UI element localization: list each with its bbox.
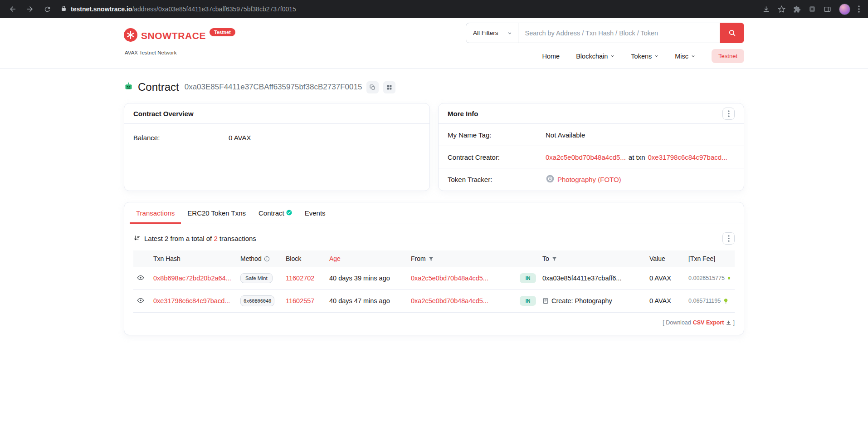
- browser-chrome: testnet.snowtrace.io/address/0xa03e85f44…: [0, 0, 868, 18]
- download-icon[interactable]: [762, 5, 770, 13]
- col-from: From: [407, 250, 516, 267]
- snowtrace-logo[interactable]: SNOWTRACE Testnet: [124, 28, 235, 44]
- name-tag-row: My Name Tag: Not Available: [439, 124, 744, 146]
- csv-export-row: [ Download CSV Export ]: [133, 319, 735, 326]
- at-txn-label: at txn: [629, 153, 645, 161]
- tab-contract[interactable]: Contract: [252, 202, 298, 224]
- grid-icon: [386, 84, 392, 90]
- value-cell: 0 AVAX: [649, 275, 671, 282]
- gas-bulb-icon: [727, 275, 731, 281]
- testnet-network-button[interactable]: Testnet: [712, 49, 744, 63]
- all-filters-select[interactable]: All Filters: [466, 23, 518, 43]
- nav-item-misc[interactable]: Misc: [675, 53, 695, 60]
- nav-item-blockchain[interactable]: Blockchain: [576, 53, 614, 60]
- age-sort-link[interactable]: Age: [329, 255, 341, 262]
- to-contract-name: Create: Photography: [551, 297, 612, 304]
- tab-transactions[interactable]: Transactions: [130, 202, 181, 224]
- col-direction: [516, 250, 539, 267]
- method-badge: Safe Mint: [240, 273, 273, 283]
- page-title-row: Contract 0xa03E85F4411e37CBAff635975bf38…: [124, 81, 744, 93]
- csv-prefix: [ Download: [663, 319, 691, 326]
- profile-avatar[interactable]: [839, 4, 850, 15]
- from-address-link[interactable]: 0xa2c5e0bd70b48a4cd5...: [411, 297, 488, 304]
- extension-icon-2[interactable]: [809, 5, 816, 13]
- brand-wordmark: SNOWTRACE: [141, 30, 206, 41]
- contract-overview-card: Contract Overview Balance: 0 AVAX: [124, 103, 430, 191]
- main-nav: Home Blockchain Tokens Misc Testnet: [542, 49, 745, 63]
- browser-forward-icon[interactable]: [24, 3, 36, 15]
- filter-icon[interactable]: [551, 256, 557, 262]
- age-value: 40 days 47 mins ago: [329, 297, 390, 304]
- creator-address-link[interactable]: 0xa2c5e0bd70b48a4cd5...: [546, 153, 626, 161]
- copy-icon: [370, 84, 375, 90]
- more-info-menu-button[interactable]: [722, 108, 735, 120]
- txn-hash-link[interactable]: 0xe31798c6c84c97bacd...: [153, 297, 230, 304]
- search-input[interactable]: [518, 23, 720, 43]
- preview-txn-button[interactable]: [137, 297, 144, 304]
- tx-total-count: 2: [214, 235, 217, 242]
- side-panel-icon[interactable]: [824, 5, 831, 13]
- network-label: AVAX Testnet Network: [125, 50, 235, 55]
- col-preview: [133, 250, 150, 267]
- url-path: /address/0xa03e85f4411e37cbaff635975bf38…: [132, 5, 296, 13]
- site-header: SNOWTRACE Testnet AVAX Testnet Network A…: [0, 18, 868, 69]
- apps-grid-button[interactable]: [383, 81, 395, 93]
- tab-events[interactable]: Events: [298, 202, 332, 224]
- tab-erc20-token-txns[interactable]: ERC20 Token Txns: [181, 202, 252, 224]
- nav-item-tokens[interactable]: Tokens: [631, 53, 658, 60]
- csv-suffix: ]: [733, 319, 735, 326]
- preview-txn-button[interactable]: [137, 274, 144, 281]
- lock-icon: [61, 5, 67, 13]
- txn-fee: 0.065711195: [688, 298, 721, 304]
- token-tracker-row: Token Tracker: Photography (FOTO): [439, 168, 744, 191]
- bookmark-star-icon[interactable]: [778, 5, 785, 13]
- block-link[interactable]: 11602557: [286, 297, 314, 304]
- copy-address-button[interactable]: [366, 81, 379, 93]
- transactions-table: Txn Hash Method Block Age From: [133, 250, 735, 313]
- kebab-menu-icon: [728, 235, 730, 242]
- all-filters-label: All Filters: [473, 29, 498, 36]
- col-value: Value: [646, 250, 685, 267]
- block-link[interactable]: 11602702: [286, 275, 314, 282]
- token-tracker-link[interactable]: Photography (FOTO): [557, 176, 621, 183]
- extension-icon-1[interactable]: [793, 5, 801, 13]
- info-icon[interactable]: [264, 256, 270, 262]
- table-header-row: Txn Hash Method Block Age From: [133, 250, 735, 267]
- download-icon: [726, 320, 731, 326]
- table-menu-button[interactable]: [722, 232, 735, 245]
- txn-hash-link[interactable]: 0x8b698ac72bd20b2a64...: [153, 275, 231, 282]
- filter-icon[interactable]: [428, 256, 434, 262]
- method-badge: 0x60806040: [240, 295, 274, 306]
- brand-testnet-badge: Testnet: [210, 28, 235, 36]
- browser-menu-icon[interactable]: [858, 5, 860, 13]
- col-block: Block: [282, 250, 326, 267]
- transactions-card: Transactions ERC20 Token Txns Contract E…: [124, 202, 744, 335]
- csv-export-link[interactable]: CSV Export: [693, 319, 731, 326]
- chevron-down-icon: [691, 54, 695, 58]
- main-content: Contract 0xa03E85F4411e37CBAff635975bf38…: [124, 81, 744, 335]
- col-method: Method: [237, 250, 282, 267]
- browser-reload-icon[interactable]: [41, 3, 54, 15]
- search-icon: [728, 29, 736, 37]
- browser-back-icon[interactable]: [6, 3, 19, 15]
- creation-txn-link[interactable]: 0xe31798c6c84c97bacd...: [648, 153, 727, 161]
- token-tracker-label: Token Tracker:: [448, 176, 546, 183]
- direction-badge: IN: [520, 296, 536, 306]
- chevron-down-icon: [654, 54, 658, 58]
- sort-icon[interactable]: [133, 235, 140, 243]
- overview-card-title: Contract Overview: [133, 110, 194, 118]
- table-row: 0xe31798c6c84c97bacd... 0x60806040 11602…: [133, 290, 735, 313]
- snowtrace-logo-icon: [124, 28, 137, 44]
- age-value: 40 days 39 mins ago: [329, 275, 390, 282]
- to-address: 0xa03e85f4411e37cbaff6...: [542, 275, 621, 282]
- from-address-link[interactable]: 0xa2c5e0bd70b48a4cd5...: [411, 275, 488, 282]
- balance-row: Balance: 0 AVAX: [133, 134, 420, 142]
- nav-item-home[interactable]: Home: [542, 53, 560, 60]
- address-bar[interactable]: testnet.snowtrace.io/address/0xa03e85f44…: [61, 5, 762, 13]
- value-cell: 0 AVAX: [649, 297, 671, 304]
- contract-creator-label: Contract Creator:: [448, 153, 546, 161]
- contract-creator-row: Contract Creator: 0xa2c5e0bd70b48a4cd5..…: [439, 146, 744, 168]
- contract-doc-icon: [542, 298, 549, 304]
- search-button[interactable]: [720, 23, 744, 43]
- chevron-down-icon: [507, 31, 512, 35]
